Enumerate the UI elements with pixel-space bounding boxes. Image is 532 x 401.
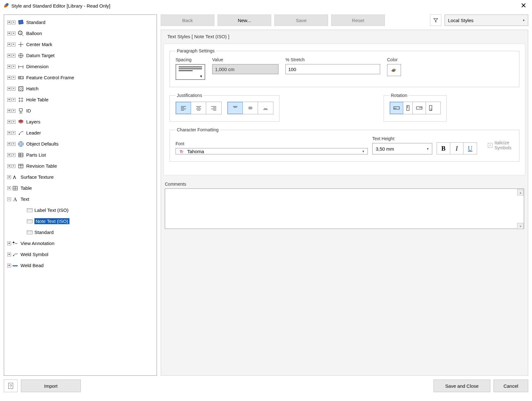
collapse-toggle[interactable]: −	[7, 197, 11, 201]
tree-item-revtable[interactable]: ++Revision Table	[5, 160, 155, 171]
child-icon	[27, 219, 33, 223]
rotation-180-button[interactable]	[413, 102, 426, 114]
text-icon: A	[12, 196, 19, 203]
svg-line-20	[22, 90, 23, 91]
scroll-up-button[interactable]: ▴	[517, 189, 523, 195]
close-button[interactable]: ✕	[518, 2, 529, 10]
tree-item-surface[interactable]: +Surface Texture	[5, 171, 155, 183]
justify-bottom-button[interactable]	[258, 102, 273, 114]
color-button[interactable]	[387, 64, 401, 76]
save-button[interactable]: Save	[274, 15, 328, 26]
tree-item-dimension[interactable]: ++Dimension	[5, 61, 155, 72]
rotation-90-button[interactable]	[403, 102, 413, 114]
bold-button[interactable]: B	[437, 143, 450, 154]
svg-point-23	[19, 100, 20, 102]
svg-point-30	[18, 143, 23, 145]
app-icon	[3, 3, 9, 9]
hatch-icon	[17, 85, 24, 92]
font-select[interactable]: TT Tahoma ▾	[176, 148, 368, 154]
tree-item-partslist[interactable]: ++Parts List	[5, 149, 155, 160]
svg-rect-71	[407, 107, 408, 108]
expand-toggle[interactable]: +	[7, 21, 11, 24]
spacing-dropdown[interactable]: ▼	[176, 64, 205, 80]
svg-rect-32	[19, 153, 23, 157]
cancel-button[interactable]: Cancel	[493, 380, 528, 392]
revtable-icon	[17, 163, 24, 170]
text-height-label: Text Height	[372, 136, 432, 141]
dimension-icon	[17, 63, 24, 70]
tree-item-table[interactable]: +Table	[5, 183, 155, 194]
svg-point-24	[21, 100, 23, 102]
color-layers-icon	[390, 67, 398, 73]
balloon-icon: 1	[17, 30, 24, 37]
comments-textarea[interactable]	[165, 189, 524, 229]
tree-item-fcf[interactable]: ++1Feature Control Frame	[5, 72, 155, 83]
stretch-input[interactable]	[285, 64, 380, 74]
underline-button[interactable]: U	[463, 143, 477, 154]
tree-item-weldbead[interactable]: +Weld Bead	[5, 260, 155, 271]
color-label: Color	[387, 57, 401, 62]
character-formatting-group: Character Formatting Font TT Tahoma ▾	[170, 127, 519, 162]
tree-item-text[interactable]: −AText	[5, 194, 155, 205]
svg-text:1: 1	[22, 77, 23, 79]
id-icon	[17, 107, 24, 114]
tree-item-viewann[interactable]: +View Annotation	[5, 238, 155, 249]
svg-line-19	[20, 88, 23, 91]
tree-child-standard[interactable]: Standard	[5, 227, 155, 238]
tree-item-balloon[interactable]: ++1Balloon	[5, 28, 155, 39]
rotation-270-button[interactable]	[426, 102, 435, 114]
new-button[interactable]: New...	[218, 15, 271, 26]
justifications-group: Justifications	[170, 93, 279, 122]
tree-child-labeltext[interactable]: Label Text (ISO)	[5, 205, 155, 216]
tree-item-id[interactable]: ++ID	[5, 105, 155, 116]
justify-middle-button[interactable]	[243, 102, 258, 114]
back-button[interactable]: Back	[161, 15, 214, 26]
svg-line-18	[19, 87, 22, 90]
save-and-close-button[interactable]: Save and Close	[433, 380, 490, 392]
justify-center-button[interactable]	[191, 102, 206, 114]
tree-item-weldsym[interactable]: +Weld Symbol	[5, 249, 155, 260]
funnel-icon	[433, 17, 439, 23]
svg-point-13	[19, 77, 20, 78]
filter-button[interactable]	[430, 15, 441, 26]
checkbox-icon: ✓	[488, 143, 493, 148]
table-icon	[12, 185, 19, 192]
justify-top-button[interactable]	[228, 102, 243, 114]
svg-rect-68	[396, 108, 396, 109]
leader-icon	[17, 129, 24, 136]
spacing-label: Spacing	[176, 57, 205, 62]
italic-button[interactable]: I	[450, 143, 463, 154]
truetype-icon: TT	[179, 148, 185, 154]
globe-icon	[17, 141, 24, 147]
tree-item-leader[interactable]: ++Leader	[5, 127, 155, 138]
add-icon[interactable]: +	[12, 21, 15, 24]
tree-item-holetable[interactable]: ++Hole Table	[5, 94, 155, 105]
tree-item-objdefaults[interactable]: ++Object Defaults	[5, 138, 155, 149]
styles-filter-select[interactable]: Local Styles ▾	[445, 15, 528, 26]
horiz-justify-group	[176, 102, 222, 114]
help-button[interactable]: ?	[4, 380, 18, 392]
svg-marker-44	[12, 242, 15, 243]
import-button[interactable]: Import	[21, 380, 81, 392]
tree-item-hatch[interactable]: ++Hatch	[5, 83, 155, 94]
paragraph-settings-group: Paragraph Settings Spacing ▼ Value	[170, 48, 519, 87]
tree-child-notetext[interactable]: Note Text (ISO)	[5, 216, 155, 227]
text-height-select[interactable]: 3,50 mm ▾	[372, 143, 432, 154]
datum-icon	[17, 52, 24, 59]
tree-item-datum[interactable]: ++Datum Target	[5, 50, 155, 61]
section-title: Text Styles [ Note Text (ISO) ]	[167, 34, 525, 39]
centermark-icon	[17, 41, 24, 48]
scroll-down-button[interactable]: ▾	[517, 223, 523, 229]
svg-point-29	[18, 141, 23, 147]
tree-item-standard[interactable]: ++Standard	[5, 17, 155, 28]
italicize-symbols-checkbox[interactable]: ✓ Italicize Symbols	[488, 140, 513, 150]
justify-left-button[interactable]	[176, 102, 191, 114]
tree-item-centermark[interactable]: ++Center Mark	[5, 39, 155, 50]
reset-button[interactable]: Reset	[331, 15, 385, 26]
chevron-down-icon: ▾	[427, 147, 429, 151]
style-tree[interactable]: ++Standard ++1Balloon ++Center Mark ++Da…	[4, 15, 157, 376]
justify-right-button[interactable]	[206, 102, 221, 114]
rotation-0-button[interactable]	[390, 102, 403, 114]
format-button-group: B I U	[437, 142, 477, 154]
tree-item-layers[interactable]: ++Layers	[5, 116, 155, 127]
